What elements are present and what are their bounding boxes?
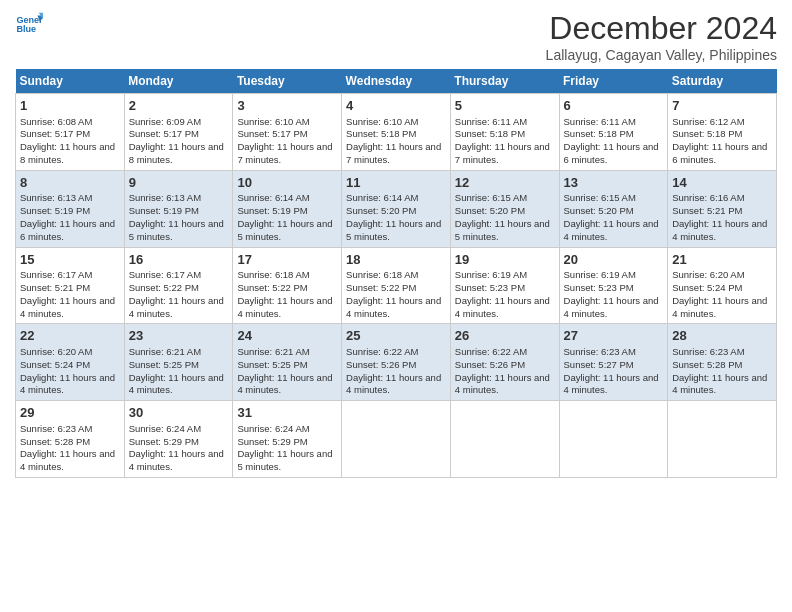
day-number: 23 bbox=[129, 327, 229, 345]
day-number: 26 bbox=[455, 327, 555, 345]
logo: General Blue bbox=[15, 10, 43, 38]
col-header-friday: Friday bbox=[559, 69, 668, 94]
calendar-cell bbox=[668, 401, 777, 478]
day-number: 12 bbox=[455, 174, 555, 192]
calendar-cell: 21Sunrise: 6:20 AMSunset: 5:24 PMDayligh… bbox=[668, 247, 777, 324]
calendar-cell: 15Sunrise: 6:17 AMSunset: 5:21 PMDayligh… bbox=[16, 247, 125, 324]
day-number: 8 bbox=[20, 174, 120, 192]
calendar-cell: 22Sunrise: 6:20 AMSunset: 5:24 PMDayligh… bbox=[16, 324, 125, 401]
week-row-5: 29Sunrise: 6:23 AMSunset: 5:28 PMDayligh… bbox=[16, 401, 777, 478]
day-number: 21 bbox=[672, 251, 772, 269]
calendar-cell: 24Sunrise: 6:21 AMSunset: 5:25 PMDayligh… bbox=[233, 324, 342, 401]
calendar-cell: 18Sunrise: 6:18 AMSunset: 5:22 PMDayligh… bbox=[342, 247, 451, 324]
calendar-table: SundayMondayTuesdayWednesdayThursdayFrid… bbox=[15, 69, 777, 478]
day-number: 4 bbox=[346, 97, 446, 115]
day-number: 11 bbox=[346, 174, 446, 192]
calendar-cell: 5Sunrise: 6:11 AMSunset: 5:18 PMDaylight… bbox=[450, 94, 559, 171]
calendar-cell: 29Sunrise: 6:23 AMSunset: 5:28 PMDayligh… bbox=[16, 401, 125, 478]
calendar-cell: 19Sunrise: 6:19 AMSunset: 5:23 PMDayligh… bbox=[450, 247, 559, 324]
calendar-cell: 9Sunrise: 6:13 AMSunset: 5:19 PMDaylight… bbox=[124, 170, 233, 247]
calendar-cell: 31Sunrise: 6:24 AMSunset: 5:29 PMDayligh… bbox=[233, 401, 342, 478]
calendar-cell: 3Sunrise: 6:10 AMSunset: 5:17 PMDaylight… bbox=[233, 94, 342, 171]
col-header-wednesday: Wednesday bbox=[342, 69, 451, 94]
day-number: 9 bbox=[129, 174, 229, 192]
calendar-cell: 4Sunrise: 6:10 AMSunset: 5:18 PMDaylight… bbox=[342, 94, 451, 171]
day-number: 14 bbox=[672, 174, 772, 192]
calendar-cell: 26Sunrise: 6:22 AMSunset: 5:26 PMDayligh… bbox=[450, 324, 559, 401]
day-number: 22 bbox=[20, 327, 120, 345]
subtitle: Lallayug, Cagayan Valley, Philippines bbox=[546, 47, 777, 63]
day-number: 20 bbox=[564, 251, 664, 269]
day-number: 28 bbox=[672, 327, 772, 345]
calendar-cell: 11Sunrise: 6:14 AMSunset: 5:20 PMDayligh… bbox=[342, 170, 451, 247]
calendar-cell: 30Sunrise: 6:24 AMSunset: 5:29 PMDayligh… bbox=[124, 401, 233, 478]
calendar-cell: 17Sunrise: 6:18 AMSunset: 5:22 PMDayligh… bbox=[233, 247, 342, 324]
col-header-thursday: Thursday bbox=[450, 69, 559, 94]
day-number: 17 bbox=[237, 251, 337, 269]
main-title: December 2024 bbox=[546, 10, 777, 47]
day-number: 15 bbox=[20, 251, 120, 269]
calendar-cell: 14Sunrise: 6:16 AMSunset: 5:21 PMDayligh… bbox=[668, 170, 777, 247]
day-number: 10 bbox=[237, 174, 337, 192]
calendar-cell: 12Sunrise: 6:15 AMSunset: 5:20 PMDayligh… bbox=[450, 170, 559, 247]
calendar-cell: 10Sunrise: 6:14 AMSunset: 5:19 PMDayligh… bbox=[233, 170, 342, 247]
day-number: 30 bbox=[129, 404, 229, 422]
calendar-cell: 27Sunrise: 6:23 AMSunset: 5:27 PMDayligh… bbox=[559, 324, 668, 401]
calendar-cell: 13Sunrise: 6:15 AMSunset: 5:20 PMDayligh… bbox=[559, 170, 668, 247]
col-header-saturday: Saturday bbox=[668, 69, 777, 94]
week-row-4: 22Sunrise: 6:20 AMSunset: 5:24 PMDayligh… bbox=[16, 324, 777, 401]
logo-icon: General Blue bbox=[15, 10, 43, 38]
page: General Blue December 2024 Lallayug, Cag… bbox=[0, 0, 792, 612]
calendar-cell: 8Sunrise: 6:13 AMSunset: 5:19 PMDaylight… bbox=[16, 170, 125, 247]
col-header-monday: Monday bbox=[124, 69, 233, 94]
calendar-cell: 23Sunrise: 6:21 AMSunset: 5:25 PMDayligh… bbox=[124, 324, 233, 401]
calendar-cell bbox=[559, 401, 668, 478]
day-number: 24 bbox=[237, 327, 337, 345]
day-number: 19 bbox=[455, 251, 555, 269]
week-row-3: 15Sunrise: 6:17 AMSunset: 5:21 PMDayligh… bbox=[16, 247, 777, 324]
calendar-cell: 25Sunrise: 6:22 AMSunset: 5:26 PMDayligh… bbox=[342, 324, 451, 401]
header-row: SundayMondayTuesdayWednesdayThursdayFrid… bbox=[16, 69, 777, 94]
day-number: 25 bbox=[346, 327, 446, 345]
col-header-sunday: Sunday bbox=[16, 69, 125, 94]
header: General Blue December 2024 Lallayug, Cag… bbox=[15, 10, 777, 63]
day-number: 31 bbox=[237, 404, 337, 422]
week-row-2: 8Sunrise: 6:13 AMSunset: 5:19 PMDaylight… bbox=[16, 170, 777, 247]
day-number: 13 bbox=[564, 174, 664, 192]
title-block: December 2024 Lallayug, Cagayan Valley, … bbox=[546, 10, 777, 63]
day-number: 16 bbox=[129, 251, 229, 269]
calendar-cell: 28Sunrise: 6:23 AMSunset: 5:28 PMDayligh… bbox=[668, 324, 777, 401]
calendar-cell: 1Sunrise: 6:08 AMSunset: 5:17 PMDaylight… bbox=[16, 94, 125, 171]
week-row-1: 1Sunrise: 6:08 AMSunset: 5:17 PMDaylight… bbox=[16, 94, 777, 171]
calendar-cell: 20Sunrise: 6:19 AMSunset: 5:23 PMDayligh… bbox=[559, 247, 668, 324]
day-number: 6 bbox=[564, 97, 664, 115]
day-number: 1 bbox=[20, 97, 120, 115]
day-number: 7 bbox=[672, 97, 772, 115]
calendar-cell: 16Sunrise: 6:17 AMSunset: 5:22 PMDayligh… bbox=[124, 247, 233, 324]
calendar-cell bbox=[342, 401, 451, 478]
calendar-cell: 7Sunrise: 6:12 AMSunset: 5:18 PMDaylight… bbox=[668, 94, 777, 171]
col-header-tuesday: Tuesday bbox=[233, 69, 342, 94]
day-number: 3 bbox=[237, 97, 337, 115]
calendar-cell: 2Sunrise: 6:09 AMSunset: 5:17 PMDaylight… bbox=[124, 94, 233, 171]
day-number: 5 bbox=[455, 97, 555, 115]
day-number: 27 bbox=[564, 327, 664, 345]
day-number: 29 bbox=[20, 404, 120, 422]
day-number: 2 bbox=[129, 97, 229, 115]
day-number: 18 bbox=[346, 251, 446, 269]
svg-text:Blue: Blue bbox=[16, 24, 36, 34]
calendar-cell bbox=[450, 401, 559, 478]
calendar-cell: 6Sunrise: 6:11 AMSunset: 5:18 PMDaylight… bbox=[559, 94, 668, 171]
